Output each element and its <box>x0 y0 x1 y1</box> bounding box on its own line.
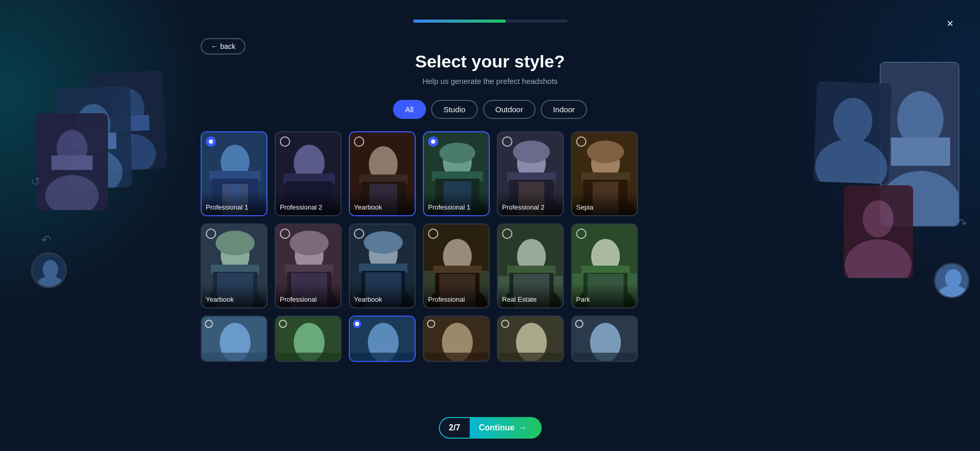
svg-rect-117 <box>350 353 416 362</box>
radio-real-estate <box>502 229 512 239</box>
svg-rect-120 <box>424 353 490 362</box>
style-card-yearbook-m[interactable]: Yearbook <box>349 131 416 216</box>
continue-button[interactable]: Continue → <box>470 418 541 438</box>
label-prof1-m: Professional 1 <box>202 191 266 215</box>
filter-outdoor[interactable]: Outdoor <box>483 100 536 119</box>
style-card-p3[interactable] <box>349 316 416 362</box>
arrow-left2: ↺ <box>31 175 40 188</box>
label-yearbook-m: Yearbook <box>350 191 415 215</box>
radio-p5 <box>501 320 509 328</box>
page-subtitle: Help us generate the prefect headshots <box>422 77 558 85</box>
svg-point-48 <box>439 143 475 163</box>
side-left-decor: ↶ ↺ <box>31 72 190 288</box>
radio-yearbook-f2 <box>354 229 364 239</box>
style-card-yearbook-f1[interactable]: Yearbook <box>201 223 268 308</box>
style-card-sepia[interactable]: Sepia <box>571 131 638 216</box>
radio-yearbook-f1 <box>206 229 216 239</box>
style-card-real-estate[interactable]: Real Estate <box>497 223 564 308</box>
radio-p1 <box>205 320 213 328</box>
svg-rect-114 <box>276 353 342 362</box>
style-card-prof-f2[interactable]: Professional <box>275 223 342 308</box>
style-card-prof2-f[interactable]: Professional 2 <box>497 131 564 216</box>
label-prof1-f: Professional 1 <box>424 191 489 215</box>
label-sepia: Sepia <box>572 191 637 215</box>
style-card-yearbook-f2[interactable]: Yearbook <box>349 223 416 308</box>
radio-p2 <box>279 320 287 328</box>
close-button[interactable]: × <box>941 14 959 33</box>
radio-prof-f2 <box>280 229 290 239</box>
style-card-p2[interactable] <box>275 316 342 362</box>
radio-prof2-f <box>502 136 512 147</box>
label-prof-m2: Professional <box>424 283 489 307</box>
svg-rect-126 <box>572 353 638 362</box>
radio-prof1-f <box>428 136 438 147</box>
style-card-p1[interactable] <box>201 316 268 362</box>
svg-point-69 <box>216 231 255 255</box>
radio-prof1-m <box>206 136 216 147</box>
svg-point-62 <box>587 141 624 163</box>
radio-prof2-m <box>280 136 290 147</box>
svg-point-76 <box>290 231 329 255</box>
svg-rect-11 <box>51 155 93 170</box>
deco-card-r2 <box>814 81 892 184</box>
filter-studio[interactable]: Studio <box>431 100 478 119</box>
continue-label: Continue <box>479 423 514 432</box>
progress-bar-fill <box>413 20 506 23</box>
label-prof2-f: Professional 2 <box>498 191 563 215</box>
right-photo-stack: ↷ <box>805 62 970 309</box>
filter-tabs: All Studio Outdoor Indoor <box>393 100 587 119</box>
label-yearbook-f1: Yearbook <box>202 283 266 307</box>
side-right-decor: ↷ <box>805 62 970 309</box>
radio-p6 <box>575 320 583 328</box>
svg-point-23 <box>863 200 894 237</box>
style-grid: Professional 1 Professional 2 <box>201 131 779 362</box>
svg-rect-111 <box>202 353 268 362</box>
radio-p3 <box>353 320 361 328</box>
continue-bar: 2/7 Continue → <box>439 417 542 439</box>
style-card-p6[interactable] <box>571 316 638 362</box>
arrow-right: ↷ <box>957 216 967 231</box>
arrow-left: ↶ <box>41 233 51 247</box>
left-photo-stack: ↶ ↺ <box>31 72 190 288</box>
avatar-left <box>31 252 67 288</box>
style-card-p5[interactable] <box>497 316 564 362</box>
filter-all[interactable]: All <box>393 100 426 119</box>
svg-point-13 <box>43 260 58 279</box>
svg-point-55 <box>513 141 550 163</box>
page-title: Select your style? <box>415 51 565 72</box>
style-card-prof-m2[interactable]: Professional <box>423 223 490 308</box>
label-park: Park <box>572 283 637 307</box>
label-prof-f2: Professional <box>276 283 341 307</box>
svg-point-83 <box>364 231 403 254</box>
style-card-prof2-m[interactable]: Professional 2 <box>275 131 342 216</box>
continue-arrow: → <box>519 423 527 432</box>
avatar-right <box>934 263 970 299</box>
filter-indoor[interactable]: Indoor <box>541 100 587 119</box>
progress-bar-container <box>413 20 567 23</box>
style-card-park[interactable]: Park <box>571 223 638 308</box>
radio-park <box>576 229 586 239</box>
deco-card-3 <box>36 113 108 210</box>
main-content: Select your style? Help us generate the … <box>201 51 779 362</box>
style-card-prof1-m[interactable]: Professional 1 <box>201 131 268 216</box>
step-counter: 2/7 <box>440 418 470 438</box>
deco-card-r3 <box>844 185 913 278</box>
label-real-estate: Real Estate <box>498 283 563 307</box>
svg-rect-123 <box>498 353 564 362</box>
radio-p4 <box>427 320 435 328</box>
label-yearbook-f2: Yearbook <box>350 283 415 307</box>
svg-rect-18 <box>891 137 950 166</box>
style-card-prof1-f[interactable]: Professional 1 <box>423 131 490 216</box>
style-card-p4[interactable] <box>423 316 490 362</box>
label-prof2-m: Professional 2 <box>276 191 341 215</box>
svg-point-26 <box>945 269 961 288</box>
radio-sepia <box>576 136 586 147</box>
radio-yearbook-m <box>354 136 364 147</box>
radio-prof-m2 <box>428 229 438 239</box>
